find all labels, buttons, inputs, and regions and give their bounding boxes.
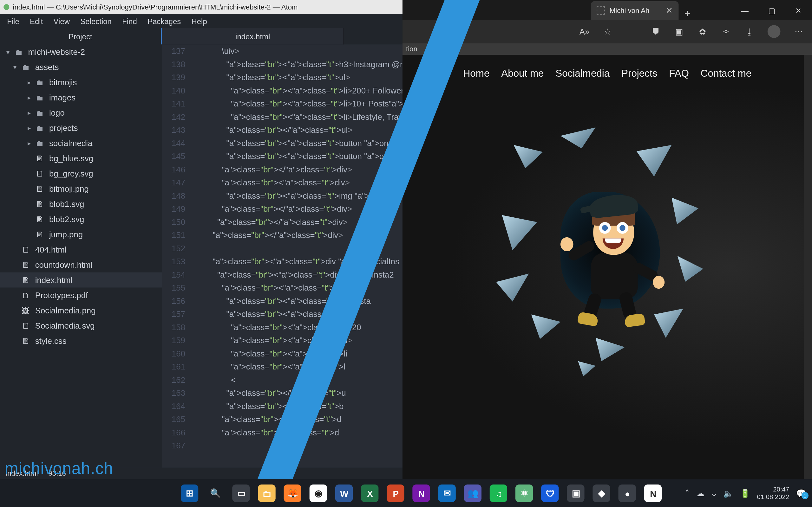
- tree-folder-assets[interactable]: ▾ 🖿 assets: [0, 60, 162, 75]
- new-tab-button[interactable]: ＋: [679, 6, 696, 20]
- tree-file-selected[interactable]: 🖹index.html: [0, 272, 162, 287]
- taskbar-app-a-icon[interactable]: ▣: [567, 485, 585, 502]
- taskbar-search-icon[interactable]: 🔍: [207, 485, 224, 502]
- window-minimize-button[interactable]: —: [731, 1, 758, 20]
- menu-find[interactable]: Find: [122, 17, 137, 26]
- collections-icon[interactable]: ✧: [721, 26, 731, 37]
- nav-socialmedia[interactable]: Socialmedia: [555, 68, 610, 79]
- nav-faq[interactable]: FAQ: [669, 68, 689, 79]
- taskbar-notion-icon[interactable]: N: [645, 485, 662, 502]
- extensions-icon[interactable]: ✿: [698, 26, 708, 37]
- tree-folder[interactable]: ▸🖿images: [0, 90, 162, 105]
- taskbar-firefox-icon[interactable]: 🦊: [284, 485, 301, 502]
- site-url-text: michivonah.ch: [5, 459, 113, 478]
- taskbar-teams-icon[interactable]: 👥: [464, 485, 481, 502]
- taskbar-clock[interactable]: 20:47 01.08.2022: [757, 486, 790, 501]
- nav-projects[interactable]: Projects: [621, 68, 657, 79]
- taskbar-excel-icon[interactable]: X: [361, 485, 379, 502]
- folder-icon: 🖿: [35, 108, 45, 118]
- taskbar-bitwarden-icon[interactable]: 🛡: [542, 485, 559, 502]
- file-icon: 🖹: [21, 260, 31, 270]
- folder-icon: 🖿: [35, 123, 45, 133]
- nav-contact[interactable]: Contact me: [701, 68, 751, 79]
- tree-file[interactable]: 🖹Socialmedia.svg: [0, 318, 162, 333]
- taskbar-onenote-icon[interactable]: N: [413, 485, 430, 502]
- translate-icon[interactable]: ▣: [674, 26, 684, 37]
- taskbar-powerpoint-icon[interactable]: P: [387, 485, 404, 502]
- project-panel-title: Project: [0, 28, 162, 45]
- chevron-down-icon: ▾: [12, 63, 19, 71]
- edge-toolbar: A» ☆ ⛊ ▣ ✿ ✧ ⭳ ⋯: [403, 20, 812, 43]
- tree-file[interactable]: 🖹countdown.html: [0, 257, 162, 273]
- taskbar-start-icon[interactable]: ⊞: [181, 485, 199, 502]
- cloud-icon[interactable]: ☁: [696, 489, 705, 498]
- tree-folder[interactable]: ▸🖿logo: [0, 105, 162, 120]
- file-icon: 🖹: [21, 275, 31, 285]
- tree-file[interactable]: 🖹style.css: [0, 333, 162, 348]
- ublock-icon[interactable]: ⛊: [651, 26, 661, 37]
- volume-icon[interactable]: 🔈: [723, 489, 733, 498]
- page-viewport[interactable]: Home About me Socialmedia Projects FAQ C…: [403, 55, 812, 479]
- taskbar-word-icon[interactable]: W: [336, 485, 353, 502]
- tree-file[interactable]: 🖹bitmoji.png: [0, 181, 162, 196]
- chevron-right-icon: ▸: [26, 94, 33, 101]
- tree-file[interactable]: 🖹jump.png: [0, 227, 162, 242]
- chevron-right-icon: ▸: [26, 109, 33, 117]
- site-nav: Home About me Socialmedia Projects FAQ C…: [403, 55, 812, 92]
- editor-tab-index[interactable]: index.html: [162, 28, 344, 45]
- tree-file[interactable]: 🖼Socialmedia.png: [0, 302, 162, 318]
- downloads-icon[interactable]: ⭳: [744, 26, 755, 37]
- taskbar-app-b-icon[interactable]: ◆: [593, 485, 610, 502]
- taskbar-outlook-icon[interactable]: ✉: [438, 485, 456, 502]
- nav-home[interactable]: Home: [463, 68, 490, 79]
- chevron-up-icon[interactable]: ˄: [685, 489, 689, 498]
- bitmoji-character: [566, 192, 666, 326]
- favorite-icon[interactable]: ☆: [603, 26, 613, 37]
- menu-file[interactable]: File: [7, 17, 19, 26]
- edge-window: Michi von Ah ✕ ＋ — ▢ ✕ A» ☆ ⛊ ▣ ✿ ✧ ⭳ ⋯ …: [403, 0, 812, 479]
- file-icon: 🖹: [35, 184, 45, 193]
- window-maximize-button[interactable]: ▢: [758, 1, 785, 20]
- tree-folder[interactable]: ▸🖿projects: [0, 120, 162, 135]
- taskbar-atom-icon[interactable]: ⚛: [516, 485, 533, 502]
- battery-icon[interactable]: 🔋: [740, 489, 750, 498]
- tree-file[interactable]: 🖹blob1.svg: [0, 196, 162, 212]
- folder-icon: 🖿: [35, 78, 45, 87]
- more-icon[interactable]: ⋯: [793, 26, 804, 37]
- browser-tab[interactable]: Michi von Ah ✕: [591, 1, 679, 20]
- close-tab-icon[interactable]: ✕: [666, 6, 673, 15]
- notifications-icon[interactable]: 💬: [796, 489, 806, 498]
- atom-app-icon: [3, 4, 9, 10]
- folder-icon: 🖿: [14, 47, 23, 57]
- taskbar-explorer-icon[interactable]: 🗀: [258, 485, 275, 502]
- profile-avatar-icon[interactable]: [768, 25, 780, 38]
- menu-edit[interactable]: Edit: [30, 17, 43, 26]
- taskbar-spotify-icon[interactable]: ♫: [490, 485, 507, 502]
- tree-file[interactable]: 🖹bg_blue.svg: [0, 151, 162, 166]
- chevron-right-icon: ▸: [26, 139, 33, 147]
- tree-file[interactable]: 🖹blob2.svg: [0, 212, 162, 227]
- vertical-scrollbar[interactable]: [804, 55, 812, 479]
- tree-folder[interactable]: ▸🖿bitmojis: [0, 75, 162, 90]
- wifi-icon[interactable]: ⌵: [711, 489, 716, 498]
- folder-icon: 🖿: [21, 62, 31, 72]
- menu-packages[interactable]: Packages: [148, 17, 181, 26]
- read-aloud-icon[interactable]: A»: [579, 26, 590, 37]
- tree-file[interactable]: 🗎Prototypes.pdf: [0, 287, 162, 302]
- tree-folder[interactable]: ▸🖿socialmedia: [0, 135, 162, 151]
- file-icon: 🖹: [21, 336, 31, 346]
- taskbar-chrome-icon[interactable]: ◉: [310, 485, 327, 502]
- tree-root[interactable]: ▾ 🖿 michi-website-2: [0, 44, 162, 60]
- menu-selection[interactable]: Selection: [80, 17, 112, 26]
- file-icon: 🖹: [35, 154, 45, 163]
- taskbar-apps: ⊞🔍▭🗀🦊◉WXPN✉👥♫⚛🛡▣◆●N: [158, 485, 685, 502]
- taskbar-app-c-icon[interactable]: ●: [618, 485, 636, 502]
- nav-about[interactable]: About me: [501, 68, 544, 79]
- window-close-button[interactable]: ✕: [785, 1, 812, 20]
- tree-file[interactable]: 🖹404.html: [0, 242, 162, 257]
- tree-file[interactable]: 🖹bg_grey.svg: [0, 166, 162, 181]
- file-icon: 🖹: [35, 230, 45, 239]
- menu-help[interactable]: Help: [191, 17, 207, 26]
- menu-view[interactable]: View: [54, 17, 70, 26]
- taskbar-task-view-icon[interactable]: ▭: [233, 485, 250, 502]
